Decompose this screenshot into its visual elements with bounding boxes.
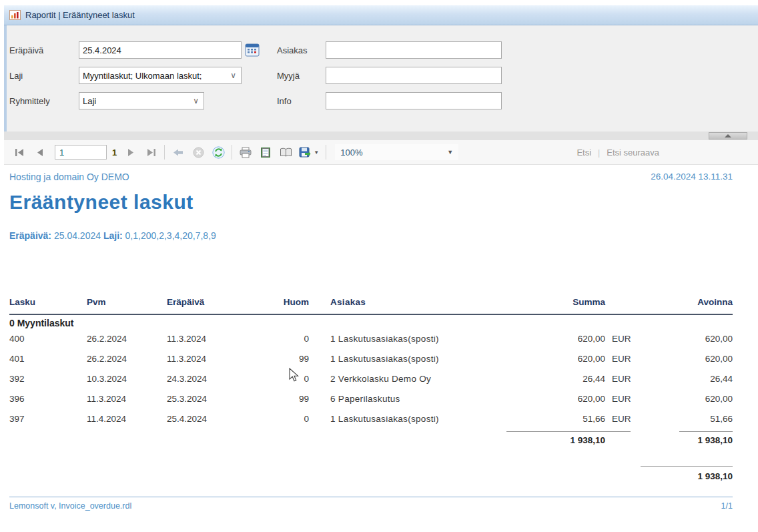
page-setup-button[interactable] [276,144,296,161]
due-date-label: Eräpäivä [9,45,43,55]
toolbar-separator [164,145,165,160]
table-header-row: Lasku Pvm Eräpäivä Huom Asiakas Summa Av… [9,297,733,310]
seller-label: Myyjä [277,71,300,81]
cell-lasku: 400 [9,334,87,347]
collapse-arrow-icon [725,134,731,138]
footer-divider [9,497,733,497]
cell-erapaiva: 25.4.2024 [167,414,247,427]
find-separator: | [598,148,600,158]
cell-avoinna: 620,00 [636,394,733,407]
zoom-dropdown[interactable]: 100% ▼ [335,144,458,160]
current-page-input[interactable] [55,145,107,160]
group-total-row: 1 938,10 1 938,10 [9,435,733,449]
export-dropdown-caret: ▼ [314,150,319,156]
generated-datetime: 26.04.2024 13.11.31 [651,172,733,182]
previous-page-button[interactable] [29,144,49,161]
grouping-dropdown[interactable]: Laji ∨ [79,92,204,109]
find-button[interactable]: Etsi [577,148,591,158]
chevron-down-icon: ▼ [447,149,453,156]
cell-pvm: 11.3.2024 [87,394,167,407]
cell-asiakas: 1 Laskutusasiakas(sposti) [309,354,525,367]
cell-lasku: 396 [9,394,87,407]
group-total-avoinna: 1 938,10 [636,435,733,449]
summa-total-line [506,431,631,432]
cell-currency: EUR [605,354,636,367]
cell-pvm: 11.4.2024 [87,414,167,427]
last-page-button[interactable] [141,144,161,161]
cell-asiakas: 1 Laskutusasiakas(sposti) [309,334,525,347]
cell-avoinna: 26,44 [636,374,733,387]
back-to-parent-button[interactable] [168,144,188,161]
col-avoinna: Avoinna [636,297,733,310]
previous-page-icon [35,148,44,157]
print-layout-icon [260,147,271,158]
refresh-icon [212,146,225,159]
col-lasku: Lasku [9,297,87,310]
cell-currency: EUR [605,414,636,427]
calendar-button[interactable] [245,43,260,60]
page-setup-icon [280,148,292,158]
info-input[interactable] [326,92,502,109]
last-page-icon [146,148,156,157]
cell-lasku: 397 [9,414,87,427]
table-row: 400 26.2.2024 11.3.2024 0 1 Laskutusasia… [9,334,733,347]
type-dropdown[interactable]: Myyntilaskut; Ulkomaan laskut; ∨ [79,67,242,84]
stop-rendering-button[interactable] [188,144,208,161]
collapse-panel-button[interactable] [709,132,747,140]
report-toolbar: 1 [4,140,758,165]
print-layout-button[interactable] [256,144,276,161]
mouse-cursor [289,368,300,382]
header-underline [9,314,733,315]
first-page-button[interactable] [9,144,29,161]
cell-erapaiva: 11.3.2024 [167,334,247,347]
report-page: Hosting ja domain Oy DEMO 26.04.2024 13.… [4,165,758,532]
find-next-button[interactable]: Etsi seuraava [607,148,659,158]
col-pvm: Pvm [87,297,167,310]
panel-splitter [4,131,758,140]
customer-label: Asiakas [277,45,308,55]
param-type-label: Laji: [103,230,123,241]
col-huom: Huom [247,297,309,310]
next-page-button[interactable] [121,144,141,161]
window-title-bar[interactable]: Raportit | Erääntyneet laskut [4,5,758,25]
param-due-label: Eräpäivä: [9,230,51,241]
avoinna-total-line [679,431,733,432]
print-button[interactable] [236,144,256,161]
cell-currency: EUR [605,394,636,407]
cell-huom: 0 [247,374,309,387]
company-name: Hosting ja domain Oy DEMO [9,172,129,182]
toolbar-separator [326,145,326,160]
table-row: 396 11.3.2024 25.3.2024 99 6 Paperilasku… [9,394,733,407]
cell-asiakas: 1 Laskutusasiakas(sposti) [309,414,525,427]
cell-pvm: 26.2.2024 [87,334,167,347]
seller-input[interactable] [326,67,502,84]
customer-input[interactable] [326,41,502,59]
cell-huom: 0 [247,334,309,347]
cell-avoinna: 620,00 [636,354,733,367]
total-pages-label: 1 [112,148,117,158]
due-date-input[interactable] [79,41,242,59]
report-parameters: Eräpäivä: 25.04.2024 Laji: 0,1,200,2,3,4… [9,230,216,241]
cell-asiakas: 2 Verkkolasku Demo Oy [309,374,525,387]
cell-summa: 620,00 [525,334,605,347]
export-button[interactable]: ▼ [296,144,322,161]
table-row: 392 10.3.2024 24.3.2024 0 2 Verkkolasku … [9,374,733,387]
group-total-summa: 1 938,10 [525,435,605,449]
chevron-down-icon: ∨ [230,71,238,80]
grand-total-row: 1 938,10 [9,471,733,485]
cell-huom: 99 [247,394,309,407]
table-row: 401 26.2.2024 11.3.2024 99 1 Laskutusasi… [9,354,733,367]
grouping-label: Ryhmittely [9,96,50,106]
cell-summa: 620,00 [525,394,605,407]
first-page-icon [15,148,25,157]
toolbar-separator [232,145,232,160]
cell-summa: 620,00 [525,354,605,367]
refresh-button[interactable] [208,144,228,161]
stop-icon [193,147,204,158]
grand-total-line [641,466,733,467]
cell-erapaiva: 25.3.2024 [167,394,247,407]
group-header-row: 0 Myyntilaskut [9,318,733,331]
param-due-value: 25.04.2024 [54,230,101,241]
col-asiakas: Asiakas [309,297,525,310]
cell-lasku: 401 [9,354,87,367]
